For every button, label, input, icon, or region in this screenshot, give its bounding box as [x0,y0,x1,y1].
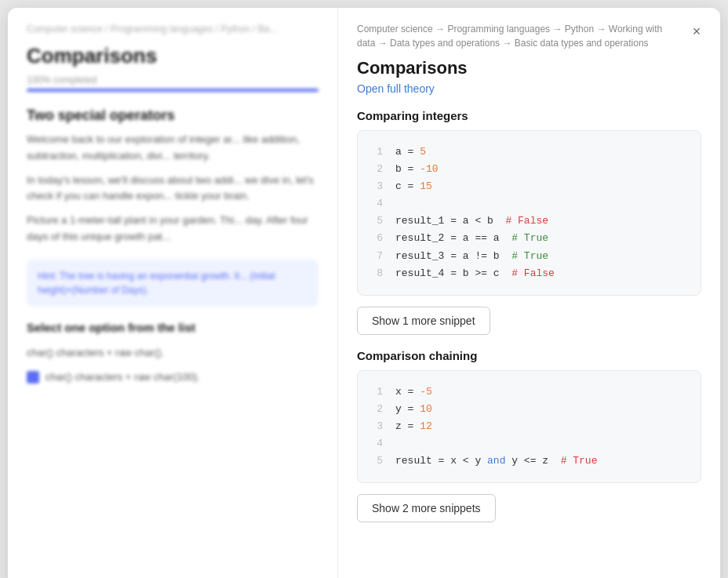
code-line-3: 3 c = 15 [372,178,686,195]
progress-label: 100% completed [27,75,318,85]
left-panel: Computer science / Programming languages… [8,8,337,578]
select-label: Select one option from the list [27,321,318,334]
code2-line-5: 5 result = x < y and y <= z # True [372,453,686,470]
option-text-2: char() characters + raw char(100). [46,371,200,383]
code2-line-1: 1 x = -5 [372,384,686,401]
code-line-8: 8 result_4 = b >= c # False [372,265,686,282]
code-line-7: 7 result_3 = a != b # True [372,248,686,265]
code-line-4: 4 [372,195,686,213]
left-title: Comparisons [27,44,318,68]
option-text-1: char() characters + raw char(). [27,347,164,358]
code2-line-3: 3 z = 12 [372,418,686,435]
code-line-5: 5 result_1 = a < b # False [372,213,686,230]
close-button[interactable]: × [686,20,708,42]
option-item-2: char() characters + raw char(100). [27,368,318,387]
code-line-2: 2 b = -10 [372,161,686,178]
right-header: Computer science → Programming languages… [338,8,720,109]
right-content: Comparing integers 1 a = 5 2 b = -10 3 c… [338,109,720,578]
hint-box: Hint: The tree is having an exponential … [27,260,318,307]
paragraph-1: Welcome back to our exploration of integ… [27,132,318,165]
option-checkbox[interactable] [27,371,39,384]
panel-title: Comparisons [357,58,701,78]
code2-line-2: 2 y = 10 [372,401,686,418]
left-breadcrumb: Computer science / Programming languages… [27,24,318,35]
show-more-snippets-btn-2[interactable]: Show 2 more snippets [357,494,496,522]
section-title: Two special operators [27,107,318,124]
show-more-snippet-btn-1[interactable]: Show 1 more snippet [357,307,490,335]
code2-line-4: 4 [372,435,686,453]
progress-bar-fill [27,89,318,92]
code-line-1: 1 a = 5 [372,144,686,161]
section2-code-block: 1 x = -5 2 y = 10 3 z = 12 4 5 result [357,370,701,483]
paragraph-2: In today's lesson, we'll discuss about t… [27,173,318,205]
right-panel: Computer science → Programming languages… [337,8,720,578]
open-theory-link[interactable]: Open full theory [357,82,435,95]
main-container: Computer science / Programming languages… [8,8,720,578]
section1-code-block: 1 a = 5 2 b = -10 3 c = 15 4 5 result [357,130,701,296]
option-item-1: char() characters + raw char(). [27,344,318,362]
breadcrumb-path: Computer science → Programming languages… [357,22,701,50]
code-line-6: 6 result_2 = a == a # True [372,230,686,247]
section1-heading: Comparing integers [357,109,701,122]
progress-bar-bg [27,89,318,92]
paragraph-3: Picture a 1-meter-tall plant in your gar… [27,213,318,245]
section2-heading: Comparison chaining [357,349,701,362]
